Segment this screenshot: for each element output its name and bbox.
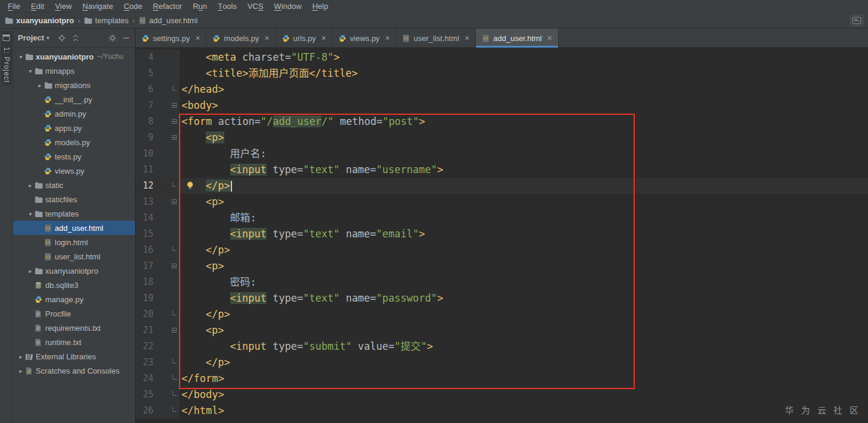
menu-item-navigate[interactable]: Navigate bbox=[77, 0, 118, 12]
intention-bulb-icon[interactable] bbox=[186, 181, 195, 190]
fold-marker[interactable] bbox=[172, 328, 177, 333]
tab-close-icon[interactable]: × bbox=[265, 34, 270, 42]
tree-item-manage-py[interactable]: manage.py bbox=[13, 292, 135, 306]
tab-urls-py[interactable]: urls.py× bbox=[276, 29, 333, 48]
code-line-4[interactable]: 4<meta charset="UTF-8"> bbox=[136, 49, 868, 65]
chevron-down-icon[interactable]: ▾ bbox=[26, 68, 35, 74]
tab-user-list-html[interactable]: user_list.html× bbox=[396, 29, 476, 48]
tree-item-models-py[interactable]: models.py bbox=[13, 135, 135, 149]
tree-item-procfile[interactable]: Procfile bbox=[13, 306, 135, 321]
code-line-18[interactable]: 18密码: bbox=[136, 274, 868, 290]
code-line-16[interactable]: 16</p> bbox=[136, 242, 868, 258]
tree-item-staticfiles[interactable]: staticfiles bbox=[13, 192, 135, 206]
menu-item-edit[interactable]: Edit bbox=[26, 0, 49, 12]
fold-marker[interactable] bbox=[173, 391, 177, 396]
code-line-26[interactable]: 26</html> bbox=[136, 403, 868, 419]
fold-marker[interactable] bbox=[173, 311, 177, 315]
code-line-9[interactable]: 9<p> bbox=[136, 130, 868, 146]
tree-item-admin-py[interactable]: admin.py bbox=[13, 106, 135, 121]
tree-item-requirements-txt[interactable]: requirements.txt bbox=[13, 321, 135, 335]
settings-gear-icon[interactable] bbox=[108, 34, 117, 42]
fold-marker[interactable] bbox=[173, 359, 177, 364]
code-line-17[interactable]: 17<p> bbox=[136, 258, 868, 274]
fold-marker[interactable] bbox=[172, 264, 177, 268]
chevron-right-icon[interactable]: ▸ bbox=[17, 368, 25, 374]
tab-settings-py[interactable]: settings.py× bbox=[136, 29, 206, 48]
code-line-7[interactable]: 7<body> bbox=[136, 98, 868, 114]
locate-icon[interactable] bbox=[58, 34, 66, 42]
tree-item-minapps[interactable]: ▾minapps bbox=[13, 64, 135, 78]
tab-close-icon[interactable]: × bbox=[547, 34, 552, 42]
fold-marker[interactable] bbox=[173, 86, 177, 90]
chevron-right-icon[interactable]: ▸ bbox=[17, 353, 25, 360]
code-line-8[interactable]: 8<form action="/add_user/" method="post"… bbox=[136, 114, 868, 130]
tree-item-apps-py[interactable]: apps.py bbox=[13, 121, 135, 135]
code-line-10[interactable]: 10用户名: bbox=[136, 146, 868, 162]
fold-marker[interactable] bbox=[173, 375, 177, 380]
tab-close-icon[interactable]: × bbox=[321, 34, 326, 42]
tree-item-login-html[interactable]: login.html bbox=[13, 235, 135, 249]
tree-item-scratches-and-consoles[interactable]: ▸Scratches and Consoles bbox=[13, 364, 135, 378]
code-line-5[interactable]: 5<title>添加用户页面</title> bbox=[136, 65, 868, 82]
hide-panel-icon[interactable] bbox=[122, 34, 130, 42]
tree-item-runtime-txt[interactable]: runtime.txt bbox=[13, 335, 135, 349]
breadcrumb-item-templates[interactable]: templates bbox=[84, 16, 129, 25]
code-line-25[interactable]: 25</body> bbox=[136, 387, 868, 403]
menu-item-code[interactable]: Code bbox=[118, 0, 148, 12]
fold-marker[interactable] bbox=[173, 182, 177, 187]
fold-marker[interactable] bbox=[173, 407, 177, 412]
code-line-11[interactable]: 11<input type="text" name="username"> bbox=[136, 162, 868, 178]
fold-marker[interactable] bbox=[173, 246, 177, 251]
code-line-15[interactable]: 15<input type="text" name="email"> bbox=[136, 226, 868, 242]
code-line-20[interactable]: 20</p> bbox=[136, 306, 868, 322]
tree-item-add-user-html[interactable]: add_user.html bbox=[13, 221, 135, 235]
tree-item-migrations[interactable]: ▸migrations bbox=[13, 78, 135, 92]
fold-marker[interactable] bbox=[172, 199, 177, 204]
tree-item--init-py[interactable]: __init__.py bbox=[13, 92, 135, 106]
tab-add-user-html[interactable]: add_user.html× bbox=[476, 29, 559, 48]
event-log-icon[interactable] bbox=[850, 15, 863, 26]
tree-item-views-py[interactable]: views.py bbox=[13, 164, 135, 178]
chevron-right-icon[interactable]: ▸ bbox=[26, 182, 35, 189]
breadcrumb-item-xuanyuaniotpro[interactable]: xuanyuaniotpro bbox=[5, 16, 74, 25]
code-line-12[interactable]: 12</p> bbox=[136, 178, 868, 194]
tab-close-icon[interactable]: × bbox=[195, 34, 200, 42]
tree-item-static[interactable]: ▸static bbox=[13, 178, 135, 192]
menu-item-window[interactable]: Window bbox=[269, 0, 307, 12]
code-line-6[interactable]: 6</head> bbox=[136, 82, 868, 98]
fold-marker[interactable] bbox=[172, 103, 177, 108]
tree-item-xuanyuaniotpro[interactable]: ▾xuanyuaniotpro~/Yuchu bbox=[13, 49, 135, 64]
chevron-right-icon[interactable]: ▸ bbox=[36, 82, 44, 89]
chevron-down-icon[interactable]: ▾ bbox=[26, 211, 35, 217]
tree-item-external-libraries[interactable]: ▸External Libraries bbox=[13, 349, 135, 364]
menu-item-run[interactable]: Run bbox=[187, 0, 212, 12]
chevron-down-icon[interactable]: ▾ bbox=[46, 35, 49, 41]
tab-models-py[interactable]: models.py× bbox=[206, 29, 275, 48]
chevron-right-icon[interactable]: ▸ bbox=[26, 268, 35, 274]
project-panel-title[interactable]: Project bbox=[18, 33, 44, 42]
tree-item-tests-py[interactable]: tests.py bbox=[13, 149, 135, 164]
tree-item-user-list-html[interactable]: user_list.html bbox=[13, 249, 135, 264]
tree-item-db-sqlite3[interactable]: db.sqlite3 bbox=[13, 278, 135, 292]
menu-item-vcs[interactable]: VCS bbox=[242, 0, 269, 12]
code-line-22[interactable]: 22<input type="submit" value="提交"> bbox=[136, 339, 868, 355]
editor-body[interactable]: 4<meta charset="UTF-8">5<title>添加用户页面</t… bbox=[136, 48, 868, 423]
breadcrumb-item-add-user-html[interactable]: add_user.html bbox=[139, 16, 198, 25]
tab-close-icon[interactable]: × bbox=[385, 34, 390, 42]
tree-item-templates[interactable]: ▾templates bbox=[13, 206, 135, 221]
code-line-19[interactable]: 19<input type="text" name="password"> bbox=[136, 290, 868, 306]
code-line-13[interactable]: 13<p> bbox=[136, 194, 868, 210]
fold-marker[interactable] bbox=[172, 119, 177, 124]
menu-item-tools[interactable]: Tools bbox=[212, 0, 242, 12]
code-area[interactable]: 4<meta charset="UTF-8">5<title>添加用户页面</t… bbox=[136, 49, 868, 419]
code-line-14[interactable]: 14邮箱: bbox=[136, 210, 868, 226]
code-line-24[interactable]: 24</form> bbox=[136, 371, 868, 387]
collapse-all-icon[interactable] bbox=[71, 34, 80, 42]
chevron-down-icon[interactable]: ▾ bbox=[17, 54, 25, 60]
menu-item-help[interactable]: Help bbox=[307, 0, 334, 12]
tab-views-py[interactable]: views.py× bbox=[333, 29, 396, 48]
tab-close-icon[interactable]: × bbox=[465, 34, 469, 42]
code-line-23[interactable]: 23</p> bbox=[136, 355, 868, 371]
project-stripe-button[interactable]: 1: Project bbox=[1, 31, 12, 86]
tree-item-xuanyuaniotpro[interactable]: ▸xuanyuaniotpro bbox=[13, 264, 135, 278]
